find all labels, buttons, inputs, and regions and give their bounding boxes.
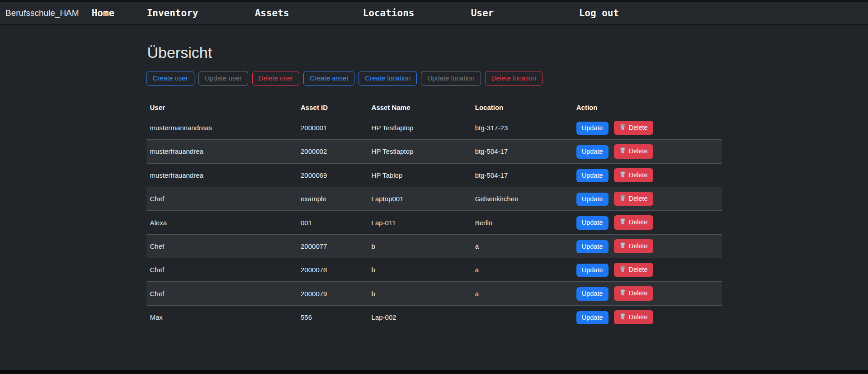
toolbar-button[interactable]: Update user (198, 71, 248, 86)
cell-user: Alexa (146, 211, 297, 234)
cell-asset-name: Lap-002 (368, 305, 472, 329)
nav-item: Inventory (147, 8, 255, 19)
col-header-location: Location (472, 100, 573, 116)
toolbar-button[interactable]: Delete user (252, 71, 300, 86)
nav-item: Assets (255, 8, 363, 19)
col-header-action: Action (573, 100, 722, 116)
cell-asset-name: HP Testlaptop (368, 116, 472, 139)
cell-user: musterfrauandrea (146, 140, 297, 163)
update-button[interactable]: Update (576, 311, 609, 324)
update-button[interactable]: Update (576, 216, 609, 229)
cell-asset-name: HP Tablop (368, 163, 472, 187)
cell-user: Max (146, 305, 297, 329)
delete-button[interactable]: Delete (614, 192, 653, 206)
cell-user: Chef (146, 187, 297, 210)
cell-asset-name: b (368, 258, 472, 282)
cell-user: Chef (146, 282, 297, 305)
update-button[interactable]: Update (576, 145, 609, 158)
trash-icon (619, 147, 626, 156)
cell-action: Update Delete (573, 116, 722, 139)
cell-location: btg-504-17 (472, 163, 573, 187)
cell-asset-id: 2000069 (297, 163, 368, 187)
cell-location: btg-317-23 (472, 116, 573, 139)
cell-user: musterfrauandrea (146, 163, 297, 187)
delete-button-label: Delete (629, 195, 648, 203)
page-title: Übersicht (147, 44, 722, 62)
cell-action: Update Delete (573, 234, 722, 258)
cell-asset-id: 556 (297, 305, 368, 329)
cell-asset-name: Lap-011 (368, 211, 472, 234)
cell-location: Gelsenkirchen (472, 187, 573, 210)
table-row: musterfrauandrea 2000069 HP Tablop btg-5… (146, 163, 722, 187)
navbar-brand[interactable]: Berufsschule_HAM (5, 8, 79, 18)
nav-item: Log out (579, 8, 687, 19)
delete-button-label: Delete (629, 266, 648, 274)
toolbar-button[interactable]: Create asset (303, 71, 354, 86)
trash-icon (619, 171, 626, 180)
update-button[interactable]: Update (576, 193, 609, 206)
cell-asset-name: b (368, 282, 472, 305)
cell-user: mustermannandreas (146, 116, 297, 139)
table-row: Chef example Laptop001 Gelsenkirchen Upd… (146, 187, 722, 210)
window-bottom-strip (0, 370, 868, 374)
cell-asset-name: Laptop001 (368, 187, 472, 210)
cell-asset-id: 2000077 (297, 234, 368, 258)
cell-asset-id: 2000001 (297, 116, 368, 139)
delete-button[interactable]: Delete (614, 263, 653, 277)
delete-button[interactable]: Delete (614, 144, 653, 158)
toolbar-button[interactable]: Delete location (485, 71, 542, 86)
cell-location: a (472, 234, 573, 258)
main-content: Übersicht Create user Update user Delete… (146, 25, 722, 329)
cell-asset-name: b (368, 234, 472, 258)
update-button[interactable]: Update (576, 169, 609, 182)
toolbar-button[interactable]: Create location (359, 71, 417, 86)
trash-icon (619, 123, 626, 132)
table-header-row: User Asset ID Asset Name Location Action (146, 100, 722, 116)
delete-button[interactable]: Delete (614, 286, 653, 300)
cell-location (472, 305, 573, 329)
toolbar-button[interactable]: Update location (421, 71, 481, 86)
nav-link[interactable]: Log out (579, 8, 619, 19)
col-header-user: User (146, 100, 297, 116)
toolbar: Create user Update user Delete user Crea… (146, 71, 722, 86)
cell-action: Update Delete (573, 163, 722, 187)
cell-user: Chef (146, 258, 297, 282)
cell-action: Update Delete (573, 305, 722, 329)
update-button[interactable]: Update (576, 287, 609, 300)
toolbar-button[interactable]: Create user (146, 71, 194, 86)
nav-list: Home Inventory Assets Locations User Log… (92, 8, 687, 19)
nav-item: Home (92, 8, 147, 19)
table-row: Chef 2000079 b a Update (146, 282, 722, 305)
delete-button[interactable]: Delete (614, 239, 653, 253)
delete-button-label: Delete (629, 313, 648, 321)
cell-action: Update Delete (573, 187, 722, 210)
navbar: Berufsschule_HAM Home Inventory Assets L… (0, 2, 868, 25)
delete-button-label: Delete (629, 242, 648, 250)
delete-button[interactable]: Delete (614, 121, 653, 135)
cell-location: a (472, 258, 573, 282)
nav-link[interactable]: User (471, 8, 494, 19)
cell-action: Update Delete (573, 258, 722, 282)
table-row: Alexa 001 Lap-011 Berlin Update (146, 211, 722, 234)
cell-action: Update Delete (573, 211, 722, 234)
nav-link[interactable]: Home (92, 8, 115, 19)
delete-button[interactable]: Delete (614, 168, 653, 182)
update-button[interactable]: Update (576, 122, 609, 135)
nav-link[interactable]: Assets (255, 8, 289, 19)
delete-button-label: Delete (629, 124, 648, 132)
nav-link[interactable]: Locations (363, 8, 415, 19)
update-button[interactable]: Update (576, 240, 609, 253)
delete-button[interactable]: Delete (614, 310, 653, 324)
trash-icon (619, 242, 626, 251)
delete-button-label: Delete (629, 289, 648, 297)
table-row: Chef 2000077 b a Update (146, 234, 722, 258)
nav-item: User (471, 8, 579, 19)
update-button[interactable]: Update (576, 264, 609, 277)
delete-button-label: Delete (629, 218, 648, 226)
cell-asset-id: 2000079 (297, 282, 368, 305)
nav-link[interactable]: Inventory (147, 8, 198, 19)
trash-icon (619, 218, 626, 227)
delete-button[interactable]: Delete (614, 215, 653, 229)
trash-icon (619, 194, 626, 203)
table-row: Chef 2000078 b a Update (146, 258, 722, 282)
